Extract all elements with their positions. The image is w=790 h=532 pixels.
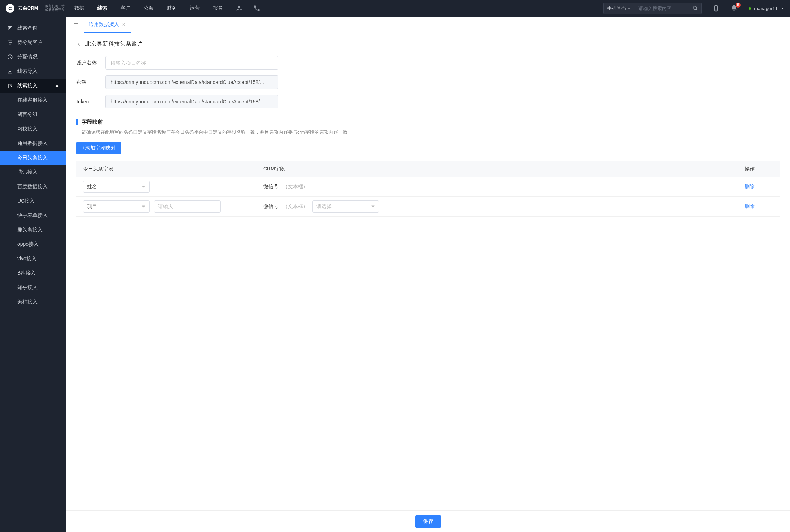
crm-field-label: 微信号	[263, 183, 278, 190]
crm-field-select[interactable]: 请选择	[312, 200, 379, 213]
tab-label: 通用数据接入	[89, 21, 119, 28]
chevron-down-icon	[141, 185, 146, 189]
sidebar-sub-message-group[interactable]: 留言分组	[0, 107, 66, 122]
col-toutiao: 今日头条字段	[83, 166, 263, 172]
token-input[interactable]	[105, 95, 278, 108]
sidebar-sub-online-service[interactable]: 在线客服接入	[0, 93, 66, 107]
logo-mark: C	[6, 4, 14, 13]
sidebar-sub-baidu[interactable]: 百度数据接入	[0, 179, 66, 194]
bell-icon[interactable]: 5	[730, 5, 738, 12]
mapping-table: 今日头条字段 CRM字段 操作 姓名 微信号	[76, 161, 780, 234]
crm-field-label: 微信号	[263, 203, 278, 210]
svg-point-3	[716, 10, 716, 10]
chevron-up-icon	[55, 84, 59, 88]
svg-point-1	[693, 6, 697, 10]
sidebar-sub-qutoutiao[interactable]: 趣头条接入	[0, 223, 66, 237]
toutiao-field-select[interactable]: 姓名	[83, 181, 150, 193]
nav-operate[interactable]: 运营	[190, 5, 200, 12]
key-input[interactable]	[105, 75, 278, 89]
sidebar-item-unassigned[interactable]: 待分配客户	[0, 35, 66, 50]
sidebar-sub-bilibili[interactable]: B站接入	[0, 266, 66, 280]
search-input[interactable]	[635, 6, 689, 11]
save-button[interactable]: 保存	[415, 515, 441, 528]
section-accent-bar	[76, 119, 78, 125]
col-actions: 操作	[745, 166, 773, 172]
tab-generic-data[interactable]: 通用数据接入 ✕	[84, 17, 131, 33]
section-title: 字段映射	[82, 119, 103, 125]
add-mapping-button[interactable]: +添加字段映射	[76, 142, 121, 154]
nav-clue[interactable]: 线索	[97, 5, 107, 12]
sidebar-sub-oppo[interactable]: oppo接入	[0, 237, 66, 252]
search-type-select[interactable]: 手机号码	[604, 3, 635, 14]
nav-finance[interactable]: 财务	[167, 5, 177, 12]
main: 通用数据接入 ✕ 北京昱新科技头条账户 账户名称 密钥 t	[66, 17, 790, 532]
footer: 保存	[66, 510, 790, 532]
tab-menu-button[interactable]	[70, 22, 82, 28]
search-box: 手机号码	[603, 3, 702, 14]
mobile-icon[interactable]	[712, 5, 720, 12]
sidebar-sub-kuaishou[interactable]: 快手表单接入	[0, 208, 66, 223]
notif-badge: 5	[736, 3, 741, 8]
delete-button[interactable]: 删除	[745, 203, 755, 209]
delete-button[interactable]: 删除	[745, 183, 755, 189]
status-dot	[749, 7, 751, 10]
svg-rect-4	[8, 26, 12, 30]
search-button[interactable]	[689, 5, 701, 11]
sidebar-sub-zhihu[interactable]: 知乎接入	[0, 280, 66, 295]
chevron-down-icon	[141, 204, 146, 209]
token-label: token	[76, 99, 98, 105]
nav-enroll[interactable]: 报名	[213, 5, 223, 12]
sidebar-item-clue-import[interactable]: 线索导入	[0, 64, 66, 79]
logo-subtitle: 教育机构一站 式服务云平台	[42, 5, 65, 12]
tabbar: 通用数据接入 ✕	[66, 17, 790, 33]
breadcrumb: 北京昱新科技头条账户	[76, 40, 780, 48]
logo-text: 云朵CRM	[18, 5, 38, 12]
sidebar: 线索查询 待分配客户 分配情况 线索导入 线索接入 在线客服接入 留言分组 网校…	[0, 17, 66, 532]
key-label: 密钥	[76, 79, 98, 85]
sidebar-sub-tencent[interactable]: 腾讯接入	[0, 165, 66, 179]
sidebar-sub-meiyou[interactable]: 美柚接入	[0, 295, 66, 309]
username: manager11	[754, 6, 778, 11]
page-title: 北京昱新科技头条账户	[85, 40, 143, 48]
chevron-down-icon	[371, 204, 375, 209]
sidebar-item-clue-access[interactable]: 线索接入	[0, 79, 66, 93]
toutiao-field-select[interactable]: 项目	[83, 200, 150, 213]
close-icon[interactable]: ✕	[122, 22, 126, 27]
user-add-icon[interactable]	[236, 5, 243, 12]
topbar: C 云朵CRM 教育机构一站 式服务云平台 数据 线索 客户 公海 财务 运营 …	[0, 0, 790, 17]
name-input[interactable]	[105, 56, 278, 70]
table-empty-row	[76, 217, 780, 234]
sidebar-sub-toutiao[interactable]: 今日头条接入	[0, 151, 66, 165]
table-row: 姓名 微信号 （文本框） 删除	[76, 177, 780, 197]
crm-field-type: （文本框）	[283, 183, 308, 190]
sidebar-sub-school[interactable]: 网校接入	[0, 122, 66, 136]
back-icon[interactable]	[76, 42, 82, 47]
sidebar-sub-vivo[interactable]: vivo接入	[0, 252, 66, 266]
phone-icon[interactable]	[253, 5, 260, 12]
logo: C 云朵CRM 教育机构一站 式服务云平台	[6, 4, 67, 13]
name-label: 账户名称	[76, 59, 98, 66]
top-nav: 数据 线索 客户 公海 财务 运营 报名	[74, 5, 223, 12]
nav-customer[interactable]: 客户	[120, 5, 131, 12]
svg-point-0	[238, 6, 240, 8]
sidebar-item-clue-query[interactable]: 线索查询	[0, 21, 66, 35]
toutiao-field-input[interactable]	[154, 200, 221, 213]
table-row: 项目 微信号 （文本框） 请选择	[76, 197, 780, 217]
table-head: 今日头条字段 CRM字段 操作	[76, 161, 780, 177]
col-crm: CRM字段	[263, 166, 745, 172]
sidebar-sub-generic-data[interactable]: 通用数据接入	[0, 136, 66, 151]
nav-pool[interactable]: 公海	[144, 5, 154, 12]
section-note: 请确保您在此填写的头条自定义字段名称与在今日头条平台中自定义的字段名称一致，并且…	[76, 129, 780, 136]
sidebar-item-assign-status[interactable]: 分配情况	[0, 50, 66, 64]
user-menu[interactable]: manager11	[749, 6, 784, 11]
crm-field-type: （文本框）	[283, 203, 308, 210]
nav-data[interactable]: 数据	[74, 5, 84, 12]
sidebar-sub-uc[interactable]: UC接入	[0, 194, 66, 208]
section-header: 字段映射	[76, 119, 780, 125]
